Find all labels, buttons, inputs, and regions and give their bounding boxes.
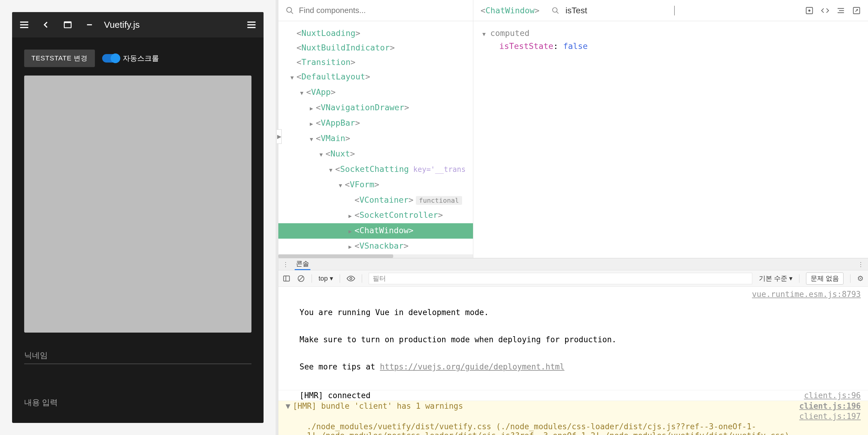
app-content: TESTSTATE 변경 자동스크롤 xyxy=(12,37,264,423)
live-expression-icon[interactable] xyxy=(347,274,355,283)
search-icon xyxy=(552,7,559,14)
list-icon[interactable] xyxy=(837,6,845,15)
tree-node-transition[interactable]: <Transition> xyxy=(278,55,473,69)
menu-icon[interactable] xyxy=(17,18,31,32)
expand-handle[interactable]: ▶ xyxy=(277,129,282,144)
component-search xyxy=(278,0,473,21)
tree-node-vsnackbar[interactable]: ▶<VSnackbar> xyxy=(278,239,473,253)
search-icon xyxy=(286,6,294,15)
svg-rect-1 xyxy=(65,23,71,27)
tree-node-vcontainer[interactable]: <VContainer>functional xyxy=(278,193,473,208)
inspector-search-input[interactable] xyxy=(565,6,675,15)
svg-point-2 xyxy=(287,7,292,12)
tree-node-vappbar[interactable]: ▶<VAppBar> xyxy=(278,116,473,131)
sidebar-toggle-icon[interactable] xyxy=(283,275,290,282)
console-panel: ⋮ 콘솔 ⋮ top ▾ 필터 기본 수준 ▾ 문제 없음 ⚙ xyxy=(278,258,868,435)
svg-point-9 xyxy=(350,277,352,279)
tree-node-socketchatting[interactable]: ▼<SocketChatting key='__trans xyxy=(278,162,473,177)
console-link[interactable]: https://vuejs.org/guide/deployment.html xyxy=(380,362,564,371)
devtools-panel: <NuxtLoading><NuxtBuildIndicator><Transi… xyxy=(278,0,868,435)
console-warning: [HMR] bundle 'client' has 1 warnings xyxy=(293,401,463,410)
source-link[interactable]: vue.runtime.esm.js:8793 xyxy=(752,290,861,390)
source-link[interactable]: client.js:196 xyxy=(799,401,861,410)
component-tree-panel: <NuxtLoading><NuxtBuildIndicator><Transi… xyxy=(278,0,473,258)
gear-icon[interactable]: ⚙ xyxy=(857,274,864,283)
menu-right-icon[interactable] xyxy=(244,18,259,32)
computed-section[interactable]: ▼computed xyxy=(483,28,859,38)
tree-node-socketcontroller[interactable]: ▶<SocketController> xyxy=(278,208,473,223)
app-title: Vuetify.js xyxy=(104,20,140,30)
console-filter-input[interactable]: 필터 xyxy=(369,273,752,284)
svg-point-5 xyxy=(808,9,811,11)
svg-point-3 xyxy=(553,7,557,12)
tree-node-vapp[interactable]: ▼<VApp> xyxy=(278,85,473,100)
console-warning-detail: ./node_modules/vuetify/dist/vuetify.css … xyxy=(286,422,861,435)
console-message: See more tips at xyxy=(300,362,380,371)
context-selector[interactable]: top ▾ xyxy=(318,275,333,282)
close-icon[interactable]: ⋮ xyxy=(858,261,864,268)
target-icon[interactable] xyxy=(805,6,814,15)
log-level-selector[interactable]: 기본 수준 ▾ xyxy=(759,274,793,283)
console-message: [HMR] connected xyxy=(286,391,798,400)
console-message: You are running Vue in development mode. xyxy=(300,308,746,317)
clear-console-icon[interactable] xyxy=(297,275,305,282)
chevron-down-icon: ▾ xyxy=(789,275,793,282)
tab-console[interactable]: 콘솔 xyxy=(295,258,310,270)
chat-area xyxy=(24,75,251,333)
content-input[interactable] xyxy=(24,394,251,411)
tree-node-vform[interactable]: ▼<VForm> xyxy=(278,177,473,193)
no-issues-button[interactable]: 문제 없음 xyxy=(806,272,843,285)
inspector-breadcrumb[interactable]: <ChatWindow> xyxy=(480,6,539,15)
code-icon[interactable] xyxy=(821,6,829,15)
kebab-menu-icon[interactable]: ⋮ xyxy=(283,261,289,268)
back-icon[interactable] xyxy=(39,18,53,32)
app-frame: Vuetify.js TESTSTATE 변경 자동스크롤 xyxy=(12,12,264,423)
component-tree[interactable]: <NuxtLoading><NuxtBuildIndicator><Transi… xyxy=(278,21,473,253)
minimize-icon[interactable] xyxy=(82,18,97,32)
vertical-splitter[interactable]: ⋮⋮ xyxy=(276,0,278,435)
chevron-down-icon: ▾ xyxy=(330,275,333,282)
tree-node-chatwindow[interactable]: ▶<ChatWindow> xyxy=(278,223,473,239)
tree-node-nuxtloading[interactable]: <NuxtLoading> xyxy=(278,26,473,40)
source-link[interactable]: client.js:96 xyxy=(804,391,861,400)
preview-panel: Vuetify.js TESTSTATE 변경 자동스크롤 xyxy=(0,0,276,435)
component-search-input[interactable] xyxy=(299,6,466,15)
popout-icon[interactable] xyxy=(852,6,861,15)
caret-down-icon[interactable]: ▼ xyxy=(286,401,290,410)
tree-node-vnavigationdrawer[interactable]: ▶<VNavigationDrawer> xyxy=(278,100,473,116)
console-message: Make sure to turn on production mode whe… xyxy=(300,335,746,344)
tree-node-nuxtbuildindicator[interactable]: <NuxtBuildIndicator> xyxy=(278,40,473,55)
window-icon[interactable] xyxy=(60,18,75,32)
svg-rect-7 xyxy=(283,276,289,281)
autoscroll-toggle[interactable] xyxy=(102,54,119,63)
inspector-panel: <ChatWindow> ▼computed isTestState: fals… xyxy=(473,0,868,258)
app-bar: Vuetify.js xyxy=(12,12,264,37)
computed-property[interactable]: isTestState: false xyxy=(483,41,859,51)
tree-node-defaultlayout[interactable]: ▼<DefaultLayout> xyxy=(278,69,473,85)
source-link[interactable]: client.js:197 xyxy=(799,412,861,421)
tree-node-vmain[interactable]: ▼<VMain> xyxy=(278,131,473,146)
nickname-input[interactable] xyxy=(24,347,251,364)
horizontal-scrollbar[interactable] xyxy=(278,254,473,258)
tree-node-nuxt[interactable]: ▼<Nuxt> xyxy=(278,146,473,162)
autoscroll-label: 자동스크롤 xyxy=(123,54,159,63)
teststate-button[interactable]: TESTSTATE 변경 xyxy=(24,49,95,67)
